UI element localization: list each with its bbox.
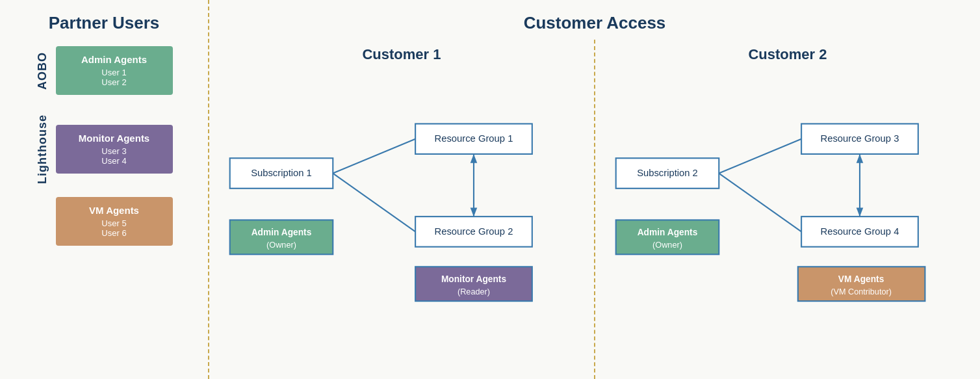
customer-access-title: Customer Access (209, 13, 980, 33)
svg-line-29 (719, 139, 801, 174)
customer2-section: Customer 2 Subscription 2 Admin Agents (… (595, 40, 980, 379)
lighthouse-label-spacer: L (36, 218, 49, 226)
svg-text:Resource Group 4: Resource Group 4 (821, 226, 899, 237)
customer2-title: Customer 2 (748, 46, 827, 63)
svg-text:Subscription 2: Subscription 2 (637, 168, 698, 178)
admin-agents-box: Admin Agents User 1 User 2 (56, 46, 173, 95)
svg-text:Monitor Agents: Monitor Agents (441, 274, 507, 284)
vm-user-1: User 5 (69, 218, 160, 228)
svg-text:(Owner): (Owner) (652, 241, 682, 250)
svg-text:(VM Contributor): (VM Contributor) (831, 287, 892, 296)
monitor-agents-title: Monitor Agents (69, 133, 160, 144)
vm-agents-title: VM Agents (69, 205, 160, 216)
aobo-label: AOBO (36, 52, 49, 90)
customer1-diagram: Subscription 1 Admin Agents (Owner) Reso… (209, 83, 594, 344)
lighthouse-vm-row: L VM Agents User 5 User 6 (0, 197, 208, 246)
admin-user-1: User 1 (69, 68, 160, 77)
monitor-user-2: User 4 (69, 156, 160, 166)
partner-panel: Partner Users AOBO Admin Agents User 1 U… (0, 0, 208, 379)
svg-line-12 (333, 139, 415, 174)
lighthouse-monitor-row: Lighthouse Monitor Agents User 3 User 4 (0, 114, 208, 184)
svg-text:Admin Agents: Admin Agents (638, 228, 698, 237)
svg-text:(Owner): (Owner) (266, 241, 296, 250)
customer1-title: Customer 1 (362, 46, 441, 63)
customers-row: Customer 1 Subscription 1 Admin Agents (… (209, 40, 980, 379)
partner-title: Partner Users (49, 13, 160, 33)
svg-line-13 (333, 174, 415, 232)
svg-text:Resource Group 3: Resource Group 3 (821, 133, 899, 144)
admin-agents-title: Admin Agents (69, 54, 160, 65)
svg-text:Resource Group 2: Resource Group 2 (435, 226, 513, 237)
svg-marker-32 (857, 207, 864, 216)
svg-marker-33 (857, 154, 864, 163)
vm-user-2: User 6 (69, 228, 160, 238)
vm-agents-box: VM Agents User 5 User 6 (56, 197, 173, 246)
svg-text:(Reader): (Reader) (458, 287, 490, 296)
svg-marker-16 (471, 154, 478, 163)
svg-text:VM Agents: VM Agents (838, 274, 884, 284)
monitor-agents-box: Monitor Agents User 3 User 4 (56, 125, 173, 174)
monitor-agents-users: User 3 User 4 (69, 146, 160, 166)
admin-agents-users: User 1 User 2 (69, 68, 160, 87)
lighthouse-section: Lighthouse Monitor Agents User 3 User 4 … (0, 114, 208, 259)
lighthouse-label: Lighthouse (36, 114, 49, 184)
customer1-section: Customer 1 Subscription 1 Admin Agents (… (209, 40, 594, 379)
admin-user-2: User 2 (69, 77, 160, 87)
customer2-diagram: Subscription 2 Admin Agents (Owner) Reso… (595, 83, 980, 344)
svg-marker-15 (471, 207, 478, 216)
vm-agents-users: User 5 User 6 (69, 218, 160, 238)
svg-text:Admin Agents: Admin Agents (251, 228, 312, 237)
svg-text:Resource Group 1: Resource Group 1 (435, 133, 513, 144)
customer-area: Customer Access Customer 1 Subscription … (209, 0, 980, 379)
svg-text:Subscription 1: Subscription 1 (251, 168, 312, 178)
diagram-container: Partner Users AOBO Admin Agents User 1 U… (0, 0, 980, 379)
aobo-section: AOBO Admin Agents User 1 User 2 (0, 46, 208, 95)
monitor-user-1: User 3 (69, 146, 160, 156)
svg-line-30 (719, 174, 801, 232)
